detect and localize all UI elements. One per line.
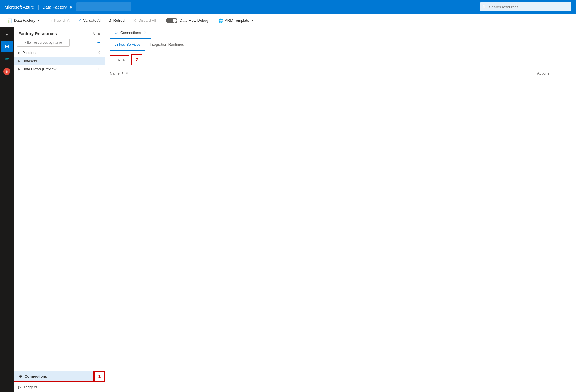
arm-icon: 🌐	[218, 18, 223, 23]
tree-item-pipelines[interactable]: ▶ Pipelines 0	[14, 49, 105, 57]
toggle-track[interactable]	[166, 18, 177, 23]
arm-dropdown-icon: ▼	[251, 19, 254, 22]
triggers-sidebar-icon: ▷	[18, 385, 21, 389]
resources-search-wrapper: 🔍	[17, 39, 94, 47]
resources-search-row: 🔍 +	[14, 39, 105, 49]
new-btn-icon: +	[114, 57, 116, 62]
sidebar-chevron-btn[interactable]: »	[0, 30, 14, 39]
tab-bar: ⚙ Connections ✕	[105, 27, 576, 39]
brand-label: Microsoft Azure	[5, 5, 34, 9]
resources-add-btn[interactable]: +	[96, 40, 101, 46]
sidebar-bottom: ⚙ Connections 1 ▷ Triggers	[14, 371, 105, 392]
toolbar-divider-3	[213, 17, 213, 24]
datafactory-icon: 📊	[7, 18, 12, 23]
new-btn-label: New	[118, 58, 125, 62]
sidebar-item-monitor[interactable]: ⊕	[1, 66, 13, 77]
nav-separator: |	[37, 4, 39, 10]
pipelines-label: Pipelines	[22, 51, 37, 55]
content-panel: Linked Services Integration Runtimes + N…	[105, 39, 576, 392]
tab-linked-services[interactable]: Linked Services	[110, 39, 145, 51]
edit-sidebar-icon: ✏	[5, 56, 9, 62]
dataflows-label: Data Flows (Preview)	[22, 67, 58, 71]
tree-item-datasets[interactable]: ▶ Datasets ···	[14, 57, 105, 65]
datafactory-nav-label: Data Factory	[42, 5, 67, 9]
tree-item-dataflows-left: ▶ Data Flows (Preview)	[18, 67, 58, 71]
tab-integration-runtimes[interactable]: Integration Runtimes	[145, 39, 189, 51]
toolbar-divider-2	[161, 17, 161, 24]
table-header: Name ⇕ ⊽ Actions	[105, 69, 576, 78]
tree-item-dataflows[interactable]: ▶ Data Flows (Preview) 0	[14, 65, 105, 73]
name-sort-icon[interactable]: ⇕	[121, 71, 124, 75]
collapse-icon[interactable]: ∧	[92, 31, 95, 36]
annotation-badge-1: 1	[94, 371, 105, 382]
arm-template-btn[interactable]: 🌐 ARM Template ▼	[215, 17, 257, 25]
connections-row: ⚙ Connections 1	[14, 371, 105, 382]
factory-sidebar-icon: ⊞	[5, 43, 9, 49]
monitor-sidebar-icon: ⊕	[3, 68, 10, 75]
breadcrumb-input[interactable]	[76, 2, 131, 11]
main-layout: » ⊞ ✏ ⊕ Factory Resources ∧ « 🔍 +	[0, 27, 576, 392]
content-toolbar: + New 2	[105, 51, 576, 69]
validate-label: Validate All	[83, 18, 101, 23]
publish-all-btn[interactable]: ↑ Publish All	[47, 17, 74, 25]
datasets-label: Datasets	[22, 59, 37, 63]
datafactory-toolbar-btn[interactable]: 📊 Data Factory ▼	[5, 17, 43, 25]
tree-list: ▶ Pipelines 0 ▶ Datasets ··· ▶ Data Flow…	[14, 49, 105, 371]
discard-label: Discard All	[138, 18, 156, 23]
inner-tab-bar: Linked Services Integration Runtimes	[105, 39, 576, 51]
datasets-dots[interactable]: ···	[95, 58, 100, 63]
resources-title: Factory Resources	[18, 31, 57, 36]
nav-chevron: ▶	[70, 5, 73, 9]
resources-header-icons: ∧ «	[92, 31, 100, 36]
global-search-input[interactable]	[480, 2, 571, 11]
collapse2-icon[interactable]: «	[98, 31, 100, 36]
top-navigation: Microsoft Azure | Data Factory ▶ 🔍	[0, 0, 576, 14]
refresh-btn[interactable]: ↺ Refresh	[105, 17, 129, 25]
toggle-thumb	[173, 19, 177, 23]
table-col-actions: Actions	[537, 71, 571, 75]
new-linked-service-btn[interactable]: + New	[110, 55, 129, 64]
connections-sidebar-item[interactable]: ⚙ Connections	[14, 371, 94, 382]
name-filter-icon[interactable]: ⊽	[126, 71, 128, 75]
validate-all-btn[interactable]: ✓ Validate All	[75, 17, 104, 25]
search-wrapper: 🔍	[480, 2, 571, 11]
connections-tab-label: Connections	[120, 31, 141, 35]
actions-col-label: Actions	[537, 71, 549, 75]
sidebar-item-edit[interactable]: ✏	[1, 53, 13, 65]
validate-icon: ✓	[78, 18, 81, 23]
name-col-label: Name	[110, 71, 120, 75]
sidebar-item-factory[interactable]: ⊞	[1, 41, 13, 52]
tree-item-pipelines-left: ▶ Pipelines	[18, 51, 37, 55]
main-toolbar: 📊 Data Factory ▼ ↑ Publish All ✓ Validat…	[0, 14, 576, 27]
pipelines-count: 0	[98, 51, 100, 55]
microsoft-azure-label: Microsoft Azure	[5, 5, 34, 9]
triggers-sidebar-item[interactable]: ▷ Triggers	[14, 382, 105, 392]
connections-sidebar-label: Connections	[25, 374, 47, 379]
resources-header: Factory Resources ∧ «	[14, 27, 105, 39]
publish-icon: ↑	[50, 18, 52, 23]
connections-tab-close[interactable]: ✕	[143, 30, 147, 35]
table-body	[105, 78, 576, 392]
pipelines-chevron: ▶	[18, 51, 21, 54]
datafactory-toolbar-label: Data Factory	[14, 18, 35, 23]
tree-item-datasets-left: ▶ Datasets	[18, 59, 37, 63]
dataflow-debug-label: Data Flow Debug	[180, 18, 208, 23]
dataflows-count: 0	[98, 67, 100, 71]
dataflows-chevron: ▶	[18, 67, 21, 71]
connections-tab-icon: ⚙	[114, 31, 118, 35]
refresh-label: Refresh	[113, 18, 127, 23]
annotation-badge-2: 2	[131, 54, 142, 65]
connections-tab[interactable]: ⚙ Connections ✕	[110, 27, 151, 39]
new-btn-wrapper: + New 2	[110, 54, 142, 65]
triggers-sidebar-label: Triggers	[23, 385, 37, 389]
table-col-name: Name ⇕ ⊽	[110, 71, 537, 75]
connections-sidebar-icon: ⚙	[19, 374, 22, 379]
icon-sidebar: » ⊞ ✏ ⊕	[0, 27, 14, 392]
resources-search-input[interactable]	[17, 39, 70, 47]
main-content: ⚙ Connections ✕ Linked Services Integrat…	[105, 27, 576, 392]
factory-resources-panel: Factory Resources ∧ « 🔍 + ▶ Pipelines 0	[14, 27, 105, 392]
discard-all-btn[interactable]: ✕ Discard All	[130, 17, 159, 25]
discard-icon: ✕	[133, 18, 137, 23]
publish-label: Publish All	[54, 18, 71, 23]
dataflow-debug-toggle[interactable]: Data Flow Debug	[164, 17, 211, 25]
